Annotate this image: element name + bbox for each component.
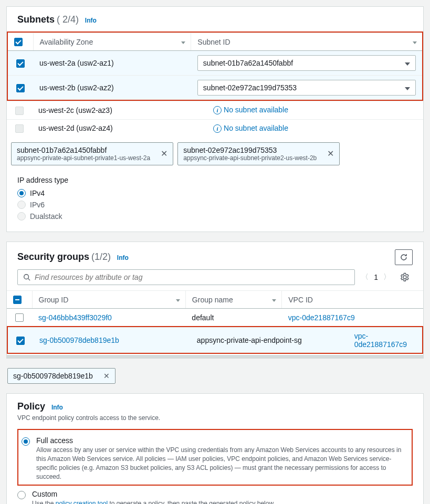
svg-line-1 xyxy=(28,279,30,281)
policy-panel: Policy Info VPC endpoint policy controls… xyxy=(6,393,424,504)
search-input[interactable] xyxy=(35,273,349,281)
sg-table: Group ID Group name VPC ID sg-046bbb439f… xyxy=(7,290,423,327)
sg-count: (1/2) xyxy=(91,251,111,262)
sg-toolbar: 〈 1 〉 xyxy=(7,269,423,290)
col-subnet-id[interactable]: Subnet ID xyxy=(191,33,422,51)
az-cell: us-west-2a (usw2-az1) xyxy=(33,51,191,76)
subnets-title: Subnets xyxy=(17,14,55,25)
sort-icon[interactable] xyxy=(176,297,180,303)
policy-header: Policy Info xyxy=(7,394,423,414)
option-label: Custom xyxy=(32,490,275,498)
policy-info-link[interactable]: Info xyxy=(51,404,63,411)
ip-option-dualstack: Dualstack xyxy=(17,211,413,222)
col-az[interactable]: Availability Zone xyxy=(33,33,191,51)
refresh-icon xyxy=(400,253,408,261)
policy-tool-link[interactable]: policy creation tool xyxy=(56,500,108,504)
subnets-highlight-box: Availability Zone Subnet ID us-west-2a (… xyxy=(7,32,423,101)
select-all-checkbox[interactable] xyxy=(13,296,22,304)
subnets-table: Availability Zone Subnet ID us-west-2a (… xyxy=(8,33,422,100)
row-checkbox xyxy=(15,107,24,115)
option-desc: Allow access by any user or service with… xyxy=(36,446,408,481)
sort-icon[interactable] xyxy=(181,39,185,45)
az-cell: us-west-2c (usw2-az3) xyxy=(32,101,207,119)
row-checkbox[interactable] xyxy=(16,59,25,68)
prev-page-button[interactable]: 〈 xyxy=(361,272,369,282)
radio-button[interactable] xyxy=(17,189,26,197)
col-group-id[interactable]: Group ID xyxy=(32,290,185,308)
chevron-down-icon xyxy=(405,59,410,67)
subnets-count: ( 2/4) xyxy=(57,14,79,25)
tag-id: subnet-02e972ac199d75353 xyxy=(183,146,317,154)
table-row[interactable]: us-west-2b (usw2-az2) subnet-02e972ac199… xyxy=(8,76,422,100)
ip-option-ipv6: IPv6 xyxy=(17,199,413,211)
group-id-link[interactable]: sg-046bbb439ff3029f0 xyxy=(38,313,112,322)
settings-button[interactable] xyxy=(397,269,413,285)
next-page-button[interactable]: 〉 xyxy=(383,272,391,282)
pagination: 〈 1 〉 xyxy=(361,272,391,282)
subnet-tag: subnet-01b7a62a1450fabbf appsync-private… xyxy=(11,142,173,165)
policy-highlight-box: Full access Allow access by any user or … xyxy=(17,429,413,485)
vpc-id-link[interactable]: vpc-0de21887167c9 xyxy=(288,313,355,322)
chevron-down-icon xyxy=(405,83,410,92)
tag-desc: appsync-private-api-subnet-private2-us-w… xyxy=(183,154,317,162)
subnets-info-link[interactable]: Info xyxy=(85,17,97,24)
subnet-select[interactable]: subnet-02e972ac199d75353 xyxy=(197,80,416,96)
col-vpc-id[interactable]: VPC ID xyxy=(282,290,423,308)
select-all-checkbox[interactable] xyxy=(14,38,23,46)
tag-desc: appsync-private-api-subnet-private1-us-w… xyxy=(17,154,150,162)
radio-button xyxy=(17,201,26,209)
table-row[interactable]: us-west-2d (usw2-az4) iNo subnet availab… xyxy=(7,119,423,137)
sg-title: Security groups xyxy=(17,251,89,262)
sort-icon[interactable] xyxy=(272,297,276,303)
remove-tag-button[interactable]: ✕ xyxy=(98,369,115,383)
radio-button[interactable] xyxy=(17,491,26,499)
remove-tag-button[interactable]: ✕ xyxy=(155,143,173,165)
row-checkbox xyxy=(15,124,24,133)
security-groups-panel: Security groups (1/2) Info 〈 1 〉 Group xyxy=(6,242,424,359)
selected-subnet-tags: subnet-01b7a62a1450fabbf appsync-private… xyxy=(7,137,423,171)
subnet-select[interactable]: subnet-01b7a62a1450fabbf xyxy=(197,55,416,71)
selected-sg-tag: sg-0b500978deb819e1b ✕ xyxy=(7,368,116,384)
col-group-name[interactable]: Group name xyxy=(185,290,281,308)
table-row[interactable]: sg-0b500978deb819e1b appsync-private-api… xyxy=(8,328,422,353)
gear-icon xyxy=(400,272,410,282)
row-checkbox[interactable] xyxy=(16,84,25,92)
policy-title: Policy xyxy=(17,401,45,412)
radio-button[interactable] xyxy=(22,437,30,446)
no-subnet-text: No subnet available xyxy=(224,106,288,114)
info-icon: i xyxy=(213,124,222,133)
table-row[interactable]: sg-046bbb439ff3029f0 default vpc-0de2188… xyxy=(7,309,423,327)
group-id-link[interactable]: sg-0b500978deb819e1b xyxy=(39,336,119,344)
search-input-wrapper[interactable] xyxy=(17,269,355,285)
no-subnet-text: No subnet available xyxy=(224,124,288,132)
tag-id: sg-0b500978deb819e1b xyxy=(8,369,98,383)
row-checkbox[interactable] xyxy=(15,313,24,322)
table-row[interactable]: us-west-2a (usw2-az1) subnet-01b7a62a145… xyxy=(8,51,422,76)
sg-info-link[interactable]: Info xyxy=(117,254,129,261)
scrollbar[interactable] xyxy=(7,355,423,358)
option-desc: Use the policy creation tool to generate… xyxy=(32,499,275,504)
search-icon xyxy=(23,274,30,281)
policy-option-custom[interactable]: Custom Use the policy creation tool to g… xyxy=(17,486,413,504)
table-row[interactable]: us-west-2c (usw2-az3) iNo subnet availab… xyxy=(7,101,423,119)
radio-button xyxy=(17,212,26,220)
remove-tag-button[interactable]: ✕ xyxy=(322,143,339,165)
info-icon: i xyxy=(213,106,222,114)
row-checkbox[interactable] xyxy=(16,337,25,345)
subnets-header: Subnets ( 2/4) Info xyxy=(7,7,423,32)
sg-highlight-box: sg-0b500978deb819e1b appsync-private-api… xyxy=(7,326,423,354)
sort-icon[interactable] xyxy=(413,39,417,45)
tag-id: subnet-01b7a62a1450fabbf xyxy=(17,146,150,154)
policy-subtitle: VPC endpoint policy controls access to t… xyxy=(7,414,423,429)
az-cell: us-west-2b (usw2-az2) xyxy=(33,76,191,100)
policy-option-full[interactable]: Full access Allow access by any user or … xyxy=(22,432,408,482)
refresh-button[interactable] xyxy=(395,249,413,265)
subnets-table-rest: us-west-2c (usw2-az3) iNo subnet availab… xyxy=(7,101,423,137)
ip-type-label: IP address type xyxy=(17,176,413,184)
group-name-cell: appsync-private-api-endpoint-sg xyxy=(191,328,348,353)
group-name-cell: default xyxy=(185,309,281,327)
sg-header: Security groups (1/2) Info xyxy=(7,242,423,269)
ip-option-ipv4[interactable]: IPv4 xyxy=(17,187,413,199)
vpc-id-link[interactable]: vpc-0de21887167c9 xyxy=(354,332,407,349)
subnet-tag: subnet-02e972ac199d75353 appsync-private… xyxy=(177,142,340,165)
